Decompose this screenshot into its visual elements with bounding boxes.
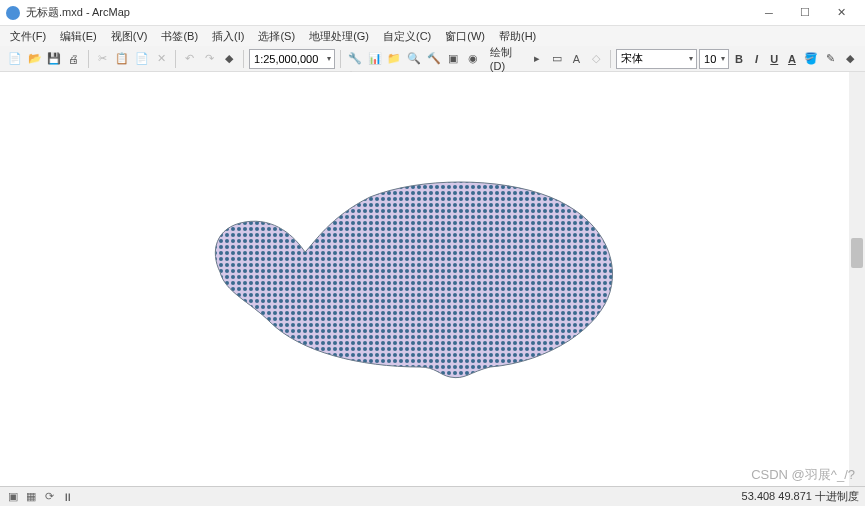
rectangle-button[interactable]: ▭ xyxy=(548,49,566,69)
font-size-value: 10 xyxy=(704,53,716,65)
redo-button[interactable]: ↷ xyxy=(201,49,219,69)
separator xyxy=(610,50,611,68)
bold-button[interactable]: B xyxy=(731,50,747,68)
editor-toolbar-button[interactable]: 🔧 xyxy=(346,49,364,69)
paste-button[interactable]: 📄 xyxy=(133,49,151,69)
python-button[interactable]: ▣ xyxy=(444,49,462,69)
text-button[interactable]: A xyxy=(568,49,586,69)
app-icon xyxy=(6,6,20,20)
search-button[interactable]: 🔍 xyxy=(405,49,423,69)
add-data-button[interactable]: ◆ xyxy=(220,49,238,69)
menu-edit[interactable]: 编辑(E) xyxy=(54,27,103,46)
separator xyxy=(175,50,176,68)
open-button[interactable]: 📂 xyxy=(26,49,44,69)
vertical-scrollbar[interactable] xyxy=(849,72,865,486)
pause-button[interactable]: ⏸ xyxy=(60,490,74,504)
map-canvas[interactable] xyxy=(0,72,849,486)
coordinates: 53.408 49.871 十进制度 xyxy=(742,489,859,504)
font-color-button[interactable]: A xyxy=(784,50,800,68)
titlebar: 无标题.mxd - ArcMap ─ ☐ ✕ xyxy=(0,0,865,26)
menu-geoprocessing[interactable]: 地理处理(G) xyxy=(303,27,375,46)
underline-button[interactable]: U xyxy=(766,50,782,68)
polygon-feature xyxy=(200,172,630,384)
line-color-button[interactable]: ✎ xyxy=(821,49,839,69)
menu-view[interactable]: 视图(V) xyxy=(105,27,154,46)
window-controls: ─ ☐ ✕ xyxy=(751,0,859,26)
watermark: CSDN @羽展^_/? xyxy=(751,466,855,484)
cut-button[interactable]: ✂ xyxy=(94,49,112,69)
new-button[interactable]: 📄 xyxy=(6,49,24,69)
minimize-button[interactable]: ─ xyxy=(751,0,787,26)
font-size-dropdown[interactable]: 10 xyxy=(699,49,729,69)
menu-help[interactable]: 帮助(H) xyxy=(493,27,542,46)
window-title: 无标题.mxd - ArcMap xyxy=(26,5,751,20)
status-view-buttons: ▣ ▦ ⟳ ⏸ xyxy=(6,490,74,504)
separator xyxy=(243,50,244,68)
data-view-button[interactable]: ▣ xyxy=(6,490,20,504)
fill-color-button[interactable]: 🪣 xyxy=(802,49,820,69)
layout-view-button[interactable]: ▦ xyxy=(24,490,38,504)
model-builder-button[interactable]: ◉ xyxy=(464,49,482,69)
font-dropdown[interactable]: 宋体 xyxy=(616,49,697,69)
menu-window[interactable]: 窗口(W) xyxy=(439,27,491,46)
menu-file[interactable]: 文件(F) xyxy=(4,27,52,46)
delete-button[interactable]: ✕ xyxy=(153,49,171,69)
separator xyxy=(340,50,341,68)
separator xyxy=(88,50,89,68)
save-button[interactable]: 💾 xyxy=(45,49,63,69)
maximize-button[interactable]: ☐ xyxy=(787,0,823,26)
close-button[interactable]: ✕ xyxy=(823,0,859,26)
toolbar-standard: 📄 📂 💾 🖨 ✂ 📋 📄 ✕ ↶ ↷ ◆ 1:25,000,000 🔧 📊 📁… xyxy=(0,46,865,72)
edit-vertices-button[interactable]: ◇ xyxy=(587,49,605,69)
draw-label: 绘制(D) xyxy=(486,45,526,72)
copy-button[interactable]: 📋 xyxy=(113,49,131,69)
statusbar: ▣ ▦ ⟳ ⏸ 53.408 49.871 十进制度 xyxy=(0,486,865,506)
undo-button[interactable]: ↶ xyxy=(181,49,199,69)
print-button[interactable]: 🖨 xyxy=(65,49,83,69)
pointer-button[interactable]: ▸ xyxy=(528,49,546,69)
scale-value: 1:25,000,000 xyxy=(254,53,318,65)
font-value: 宋体 xyxy=(621,51,643,66)
menubar: 文件(F) 编辑(E) 视图(V) 书签(B) 插入(I) 选择(S) 地理处理… xyxy=(0,26,865,46)
toc-button[interactable]: 📊 xyxy=(366,49,384,69)
menu-insert[interactable]: 插入(I) xyxy=(206,27,250,46)
menu-bookmark[interactable]: 书签(B) xyxy=(155,27,204,46)
italic-button[interactable]: I xyxy=(749,50,765,68)
menu-select[interactable]: 选择(S) xyxy=(252,27,301,46)
refresh-button[interactable]: ⟳ xyxy=(42,490,56,504)
scrollbar-thumb[interactable] xyxy=(851,238,863,268)
menu-customize[interactable]: 自定义(C) xyxy=(377,27,437,46)
scale-dropdown[interactable]: 1:25,000,000 xyxy=(249,49,335,69)
arctoolbox-button[interactable]: 🔨 xyxy=(425,49,443,69)
catalog-button[interactable]: 📁 xyxy=(385,49,403,69)
marker-color-button[interactable]: ◆ xyxy=(841,49,859,69)
